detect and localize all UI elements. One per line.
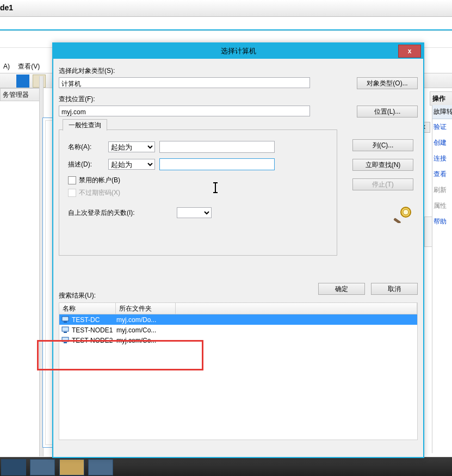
description-input[interactable] — [159, 158, 275, 170]
actions-section-title: 故障转 — [432, 105, 452, 119]
non-expiring-checkbox — [68, 189, 76, 197]
stop-button: 停止(T) — [352, 178, 413, 190]
select-computer-dialog: 选择计算机 x 选择此对象类型(S): 计算机 对象类型(O)... 查找位置(… — [52, 42, 424, 458]
ok-button[interactable]: 确定 — [318, 283, 365, 295]
result-folder: myj.com/Co... — [116, 337, 156, 344]
svg-rect-4 — [64, 322, 67, 323]
result-folder: myj.com/Do... — [116, 316, 156, 324]
parent-titlebar: de1 — [0, 0, 452, 17]
object-types-button[interactable]: 对象类型(O)... — [357, 77, 418, 89]
search-results-label: 搜索结果(U): — [59, 291, 96, 300]
disabled-accounts-label: 禁用的帐户(B) — [79, 176, 120, 185]
taskbar-item-3[interactable] — [88, 459, 113, 475]
result-row-0[interactable]: TEST-DC myj.com/Do... — [59, 314, 417, 325]
text-cursor-icon — [215, 183, 216, 192]
name-match-select[interactable]: 起始为 — [108, 141, 155, 152]
result-name: TEST-NODE2 — [72, 337, 116, 344]
svg-rect-3 — [62, 317, 69, 321]
columns-button[interactable]: 列(C)... — [352, 139, 413, 151]
svg-rect-8 — [64, 342, 67, 343]
action-link-5[interactable]: 属性 — [432, 198, 452, 214]
svg-rect-2 — [393, 218, 401, 223]
result-name: TEST-NODE1 — [72, 326, 116, 334]
days-since-logon-select[interactable] — [177, 207, 212, 218]
taskbar-item-2[interactable] — [59, 459, 84, 475]
taskbar[interactable] — [0, 457, 452, 476]
find-now-button[interactable]: 立即查找(N) — [352, 159, 413, 171]
name-input[interactable] — [159, 141, 275, 153]
result-row-1[interactable]: TEST-NODE1 myj.com/Co... — [59, 325, 417, 335]
common-queries-tab[interactable]: 一般性查询 — [63, 119, 107, 131]
svg-rect-6 — [64, 332, 67, 333]
description-label: 描述(D): — [59, 160, 108, 169]
dialog-body: 选择此对象类型(S): 计算机 对象类型(O)... 查找位置(F): myj.… — [59, 64, 418, 452]
dialog-titlebar[interactable]: 选择计算机 x — [53, 44, 423, 59]
action-link-3[interactable]: 查看 — [432, 166, 452, 182]
result-name: TEST-DC — [72, 316, 116, 324]
location-field[interactable]: myj.com — [59, 106, 310, 116]
tree-header: 务管理器 — [0, 88, 42, 101]
search-icon — [352, 206, 418, 225]
svg-rect-5 — [62, 327, 69, 331]
result-row-2[interactable]: TEST-NODE2 myj.com/Co... — [59, 335, 417, 345]
actions-header: 操作 — [430, 91, 452, 106]
taskbar-start[interactable] — [1, 459, 26, 475]
object-type-field[interactable]: 计算机 — [59, 77, 310, 88]
dialog-title: 选择计算机 — [53, 46, 423, 56]
menu-view[interactable]: 查看(V) — [15, 60, 43, 73]
parent-title: de1 — [0, 3, 13, 12]
menu-file[interactable]: A) — [0, 60, 13, 72]
computer-icon — [61, 316, 70, 324]
svg-point-1 — [403, 209, 408, 215]
object-type-label: 选择此对象类型(S): — [59, 66, 418, 76]
toolbar-btn-1[interactable] — [1, 75, 14, 88]
actions-panel: 故障转 验证 创建 连接 查看 刷新 属性 帮助 — [432, 105, 452, 453]
disabled-accounts-checkbox[interactable] — [68, 176, 76, 184]
days-since-logon-label: 自上次登录后的天数(I): — [59, 208, 177, 218]
col-folder[interactable]: 所在文件夹 — [116, 303, 176, 314]
location-label: 查找位置(F): — [59, 95, 418, 104]
action-link-0[interactable]: 验证 — [432, 119, 452, 135]
close-button[interactable]: x — [398, 45, 421, 58]
action-link-2[interactable]: 连接 — [432, 151, 452, 166]
action-link-6[interactable]: 帮助 — [432, 214, 452, 230]
description-match-select[interactable]: 起始为 — [108, 159, 155, 170]
results-header[interactable]: 名称 所在文件夹 — [59, 302, 418, 314]
name-label: 名称(A): — [59, 143, 108, 152]
cancel-button[interactable]: 取消 — [371, 283, 418, 295]
col-name[interactable]: 名称 — [59, 303, 116, 314]
computer-icon — [61, 337, 70, 344]
non-expiring-label: 不过期密码(X) — [79, 188, 120, 197]
computer-icon — [61, 326, 70, 334]
svg-rect-7 — [62, 337, 69, 342]
col-spacer — [176, 303, 417, 314]
result-folder: myj.com/Co... — [116, 326, 156, 334]
locations-button[interactable]: 位置(L)... — [357, 106, 418, 118]
action-link-4[interactable]: 刷新 — [432, 182, 452, 198]
results-list[interactable]: TEST-DC myj.com/Do... TEST-NODE1 myj.com… — [59, 314, 418, 440]
taskbar-item-1[interactable] — [30, 459, 55, 475]
action-link-1[interactable]: 创建 — [432, 135, 452, 151]
help-icon[interactable] — [16, 75, 29, 88]
